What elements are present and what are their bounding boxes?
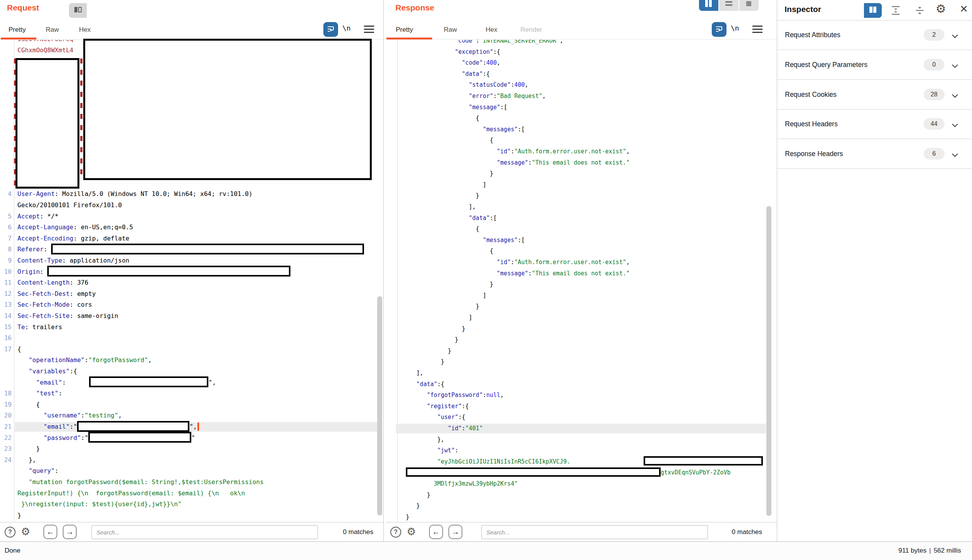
syntax-segment: "messages"	[483, 237, 518, 244]
inspector-view-left-button[interactable]	[69, 3, 87, 18]
syntax-segment: :	[483, 59, 486, 66]
request-editor-line: "operationName":"forgotPassword",	[0, 355, 383, 366]
response-metrics: 911 bytes|562 millis	[898, 542, 972, 560]
request-editor-line: 11Content-Length: 376	[0, 277, 383, 289]
syntax-segment: : cors	[70, 301, 92, 308]
collapse-all-icon[interactable]	[915, 5, 925, 17]
tab-response-raw[interactable]: Raw	[444, 22, 457, 38]
help-icon[interactable]: ?	[390, 527, 401, 538]
next-match-button[interactable]: →	[63, 525, 77, 539]
inspector-close-icon[interactable]: ✕	[960, 4, 968, 14]
response-editor-line: {	[386, 113, 778, 124]
syntax-segment: "forgotPassword"	[88, 356, 148, 364]
syntax-segment: :{	[70, 368, 77, 375]
chevron-down-icon[interactable]	[951, 93, 958, 100]
syntax-segment: {	[406, 225, 479, 232]
rows-layout-icon	[725, 1, 732, 9]
layout-single-button[interactable]	[739, 0, 759, 11]
syntax-segment: : trailers	[25, 323, 62, 331]
layout-rows-button[interactable]	[719, 0, 738, 11]
syntax-segment: ],	[406, 369, 423, 376]
request-search-input[interactable]	[91, 525, 318, 539]
request-scrollbar[interactable]	[377, 296, 382, 515]
chevron-down-icon[interactable]	[951, 122, 958, 129]
search-settings-gear-icon[interactable]: ⚙	[407, 527, 416, 537]
inspector-view-split-button[interactable]	[864, 3, 882, 18]
syntax-segment: }	[406, 347, 451, 354]
request-newline-toggle[interactable]: \n	[342, 24, 351, 32]
tab-request-pretty[interactable]: Pretty	[9, 22, 26, 38]
previous-match-button[interactable]: ←	[43, 525, 57, 539]
response-match-count: 0 matches	[732, 522, 762, 541]
tab-request-raw[interactable]: Raw	[46, 22, 59, 38]
response-editor-line: },	[386, 434, 778, 445]
inspector-section-request-attributes[interactable]: Request Attributes2	[777, 20, 972, 50]
syntax-segment	[406, 215, 469, 222]
layout-columns-button[interactable]	[699, 0, 718, 11]
syntax-segment	[406, 259, 497, 266]
inspector-settings-gear-icon[interactable]: ⚙	[936, 3, 946, 15]
syntax-segment: :	[483, 392, 486, 399]
syntax-segment: {	[406, 247, 493, 254]
inspector-section-request-headers[interactable]: Request Headers44	[777, 109, 972, 139]
syntax-segment: : */*	[40, 213, 58, 220]
syntax-segment: }	[406, 192, 479, 199]
response-editor-line: "messages":[	[386, 235, 778, 246]
inspector-section-request-query-parameters[interactable]: Request Query Parameters0	[777, 50, 972, 80]
tab-response-hex[interactable]: Hex	[486, 22, 497, 38]
syntax-segment: Gecko/20100101 Firefox/101.0	[17, 201, 122, 209]
response-editor-line: "id":"Auth.form.error.user.not-exist",	[386, 257, 778, 268]
syntax-segment: ",	[208, 379, 216, 386]
syntax-segment	[406, 48, 455, 55]
request-editor-line: 23 }	[0, 443, 383, 455]
response-editor-line: "error":"Bad Request",	[386, 91, 778, 102]
inspector-section-response-headers[interactable]: Response Headers6	[777, 139, 972, 169]
response-editor-line: "id":"401"	[386, 423, 778, 434]
chevron-down-icon[interactable]	[951, 33, 958, 40]
search-settings-gear-icon[interactable]: ⚙	[21, 527, 30, 537]
redacted-text-fragment	[80, 125, 82, 130]
request-editor-line: 18 "test":	[0, 388, 383, 399]
chevron-down-icon[interactable]	[951, 152, 958, 159]
syntax-segment: "email"	[43, 423, 69, 430]
response-newline-toggle[interactable]: \n	[731, 24, 739, 32]
tab-response-pretty[interactable]: Pretty	[396, 22, 413, 38]
request-menu-icon[interactable]	[364, 26, 374, 33]
redaction-box-inline	[88, 432, 191, 443]
chevron-down-icon[interactable]	[951, 63, 958, 70]
line-number: 23	[0, 443, 12, 455]
syntax-segment: RegisterInput!) {\n forgotPassword(email…	[17, 490, 245, 497]
response-editor-line: "jwt":	[386, 445, 778, 456]
tab-request-hex[interactable]: Hex	[79, 22, 91, 38]
syntax-segment: }	[406, 170, 493, 177]
syntax-segment	[17, 356, 29, 364]
response-menu-icon[interactable]	[752, 26, 762, 33]
expand-all-icon[interactable]	[891, 5, 901, 17]
syntax-segment: "Bad Request"	[497, 93, 542, 100]
syntax-segment	[406, 104, 469, 111]
syntax-segment: }	[17, 445, 40, 452]
sidebar-layout-icon	[74, 6, 82, 15]
response-word-wrap-button[interactable]	[712, 22, 726, 37]
line-number: 21	[0, 421, 12, 433]
next-match-button[interactable]: →	[448, 525, 462, 539]
panel-divider[interactable]	[383, 0, 384, 541]
response-search-input[interactable]	[481, 525, 708, 539]
response-scrollbar[interactable]	[766, 206, 771, 516]
previous-match-button[interactable]: ←	[429, 525, 443, 539]
syntax-segment: },	[406, 436, 444, 443]
syntax-segment: :	[511, 259, 514, 266]
syntax-segment: ],	[406, 203, 476, 210]
syntax-segment	[17, 412, 43, 419]
tab-response-render[interactable]: Render	[520, 22, 542, 38]
syntax-segment: :	[62, 379, 66, 386]
syntax-segment: :[	[490, 215, 497, 222]
syntax-segment: "message"	[497, 270, 528, 277]
inspector-section-request-cookies[interactable]: Request Cookies28	[777, 80, 972, 110]
help-icon[interactable]: ?	[5, 527, 15, 538]
syntax-segment	[406, 237, 483, 244]
request-word-wrap-button[interactable]	[323, 22, 338, 37]
syntax-segment: "testing"	[84, 412, 118, 419]
response-editor[interactable]: "code":"INTERNAL_SERVER_ERROR", "excepti…	[386, 40, 778, 522]
syntax-segment: 400	[486, 59, 497, 66]
